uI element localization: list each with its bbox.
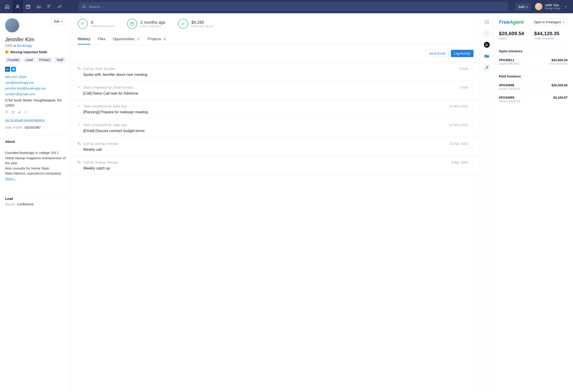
linkedin-icon[interactable]: in	[5, 67, 10, 72]
profile-name: Jade Say	[545, 3, 560, 7]
email-link[interactable]: szotten@gmail.com	[5, 92, 66, 96]
company-link[interactable]: Bookingly	[17, 44, 32, 48]
freeagent-logo: FreeAgent	[499, 19, 524, 25]
invoice-row[interactable]: #PO35011 Issued 09/29/22 $20,609.54 Due …	[499, 55, 568, 65]
attachment-icon[interactable]	[18, 111, 21, 115]
apps-grid-icon[interactable]	[483, 18, 490, 26]
search-icon	[82, 5, 86, 9]
tag[interactable]: Lead	[23, 57, 35, 63]
svg-point-4	[25, 111, 25, 111]
history-item[interactable]: Task completed by Josef Szotten 3 Feb ⌄ …	[71, 81, 480, 100]
search-box[interactable]	[79, 2, 508, 11]
badge: 6	[163, 37, 167, 41]
history-item[interactable]: Call by Josef Szotten 3 Feb ⌄ Spoke with…	[71, 62, 480, 81]
invoice-due: Due 01/07/23	[550, 62, 568, 65]
nav-contacts[interactable]	[12, 0, 23, 13]
nav-reports[interactable]	[54, 0, 65, 13]
tab-opportunities[interactable]: Opportunities 7	[113, 34, 140, 45]
open-in-freeagent-button[interactable]: Open in FreeAgent ▼	[531, 19, 568, 26]
email-conversations-link[interactable]: Go to email conversations	[5, 118, 66, 122]
invoice-issued: Issued 09/29/22	[499, 62, 520, 65]
search-input[interactable]	[89, 5, 505, 9]
history-item[interactable]: Call by Joshua Tiernan 8 Apr 2020 ⌄ Week…	[71, 156, 480, 175]
tasks-check-icon[interactable]	[483, 30, 490, 37]
invoice-issued: Issued 10/26/18	[499, 87, 520, 90]
log-activity-button[interactable]: Log Activity	[451, 50, 474, 57]
history-meta: Task completed by Jade Say	[83, 104, 127, 108]
chevron-down-icon[interactable]: ⌄	[471, 123, 474, 127]
svg-point-6	[25, 113, 25, 113]
chevron-down-icon: ▼	[563, 21, 565, 23]
history-meta: Task completed by Jade Say	[83, 123, 127, 127]
outlook-icon[interactable]	[483, 52, 490, 60]
svg-point-5	[25, 112, 25, 112]
add-label: Add	[518, 5, 524, 9]
tab-files[interactable]: Files	[98, 34, 106, 45]
tag[interactable]: Primary	[37, 57, 52, 63]
tab-history[interactable]: History	[78, 34, 90, 45]
map-icon[interactable]	[11, 111, 15, 115]
history-title: [Planning] Prepare for redesign meeting	[83, 110, 474, 114]
freeagent-app-icon[interactable]: ✗	[483, 64, 490, 71]
check-icon	[77, 104, 81, 108]
calendar-icon	[127, 19, 137, 29]
tag-list: Founder Lead Primary Staff	[5, 57, 66, 63]
contact-avatar	[5, 18, 19, 33]
svg-rect-10	[485, 22, 486, 24]
twitter-icon[interactable]	[11, 67, 16, 72]
chevron-down-icon: ▼	[565, 5, 567, 8]
history-item[interactable]: Task completed by Jade Say 12 Nov 2021 ⌄…	[71, 119, 480, 137]
stat-last-contact[interactable]: 2 months ago LAST CONTACT	[127, 19, 165, 29]
nav-projects[interactable]	[44, 0, 54, 13]
svg-rect-1	[26, 5, 30, 9]
add-button[interactable]: Add +	[515, 3, 531, 11]
nav-home[interactable]	[2, 0, 12, 13]
list-icon[interactable]	[24, 111, 27, 115]
email-link[interactable]: jennifer.kim@bookingly.me	[5, 86, 66, 90]
activity-panel: 6 OPEN PROJECTS 2 months ago LAST CONTAC…	[71, 13, 480, 392]
chevron-down-icon[interactable]: ⌄	[471, 142, 474, 145]
pipeline-icon	[178, 19, 188, 29]
check-icon	[77, 123, 81, 127]
stat-open-projects[interactable]: 6 OPEN PROJECTS	[78, 19, 114, 29]
chevron-down-icon[interactable]: ⌄	[471, 161, 474, 164]
paid-invoices-heading: Paid Invoices	[499, 70, 568, 78]
edit-button[interactable]: Edit ▼	[52, 18, 66, 25]
history-item[interactable]: Task completed by Jade Say 12 Nov 2021 ⌄…	[71, 100, 480, 119]
about-more-link[interactable]: more…	[5, 176, 66, 181]
check-icon	[77, 85, 81, 89]
invoice-amount: $20,405.84	[552, 83, 568, 87]
invoice-id: #PO34999	[499, 96, 520, 99]
email-link[interactable]: ceo@bookingly.me	[5, 81, 66, 85]
history-date: 8 Apr 2020	[452, 160, 468, 164]
history-list: Call by Josef Szotten 3 Feb ⌄ Spoke with…	[71, 62, 480, 175]
profile-menu[interactable]: Jade Say Design Shop ▼	[535, 3, 571, 10]
tag[interactable]: Founder	[5, 57, 21, 63]
about-text: Founded Bookingly in college 2017. Voted…	[5, 145, 66, 187]
feed-icon[interactable]	[483, 41, 490, 49]
missing-fields-warning[interactable]: ! Missing important fields	[5, 50, 66, 54]
invoice-id: #PO35011	[499, 58, 520, 62]
warning-icon: !	[5, 50, 9, 54]
stat-pipeline[interactable]: $9,280 PIPELINE VALUE	[178, 19, 214, 29]
chevron-down-icon[interactable]: ⌄	[471, 67, 474, 70]
invoice-row[interactable]: #PO34999 Issued 10/26/18 $3,104.97	[499, 93, 568, 103]
nav-calendar[interactable]	[23, 0, 33, 13]
freeagent-panel: FreeAgent Open in FreeAgent ▼ $20,609.54…	[493, 13, 573, 392]
history-title: [Email] Discuss contract budget terms	[83, 129, 474, 133]
invoice-row[interactable]: #PO34998 Issued 10/26/18 $20,405.84	[499, 80, 568, 90]
nav-pipeline[interactable]	[33, 0, 44, 13]
phone-link[interactable]: 845-437-9500	[5, 75, 66, 79]
history-title: Spoke with Jennifer about next meeting	[83, 73, 474, 77]
history-meta: Call by Josef Szotten	[83, 67, 115, 70]
history-date: 3 Feb	[460, 85, 468, 89]
send-email-button[interactable]: Send Email	[426, 50, 449, 57]
chevron-down-icon[interactable]: ⌄	[471, 104, 474, 108]
history-item[interactable]: Call by Joshua Tiernan 23 Apr 2020 ⌄ Wee…	[71, 137, 480, 156]
tab-projects[interactable]: Projects 6	[148, 34, 167, 45]
address: 2754 Scott Street, Poughkeepsie, NY, 126…	[5, 98, 66, 108]
chevron-down-icon[interactable]: ⌄	[471, 86, 474, 89]
tag[interactable]: Staff	[54, 57, 66, 63]
pin-icon[interactable]	[5, 111, 8, 115]
history-date: 12 Nov 2021	[449, 104, 468, 108]
